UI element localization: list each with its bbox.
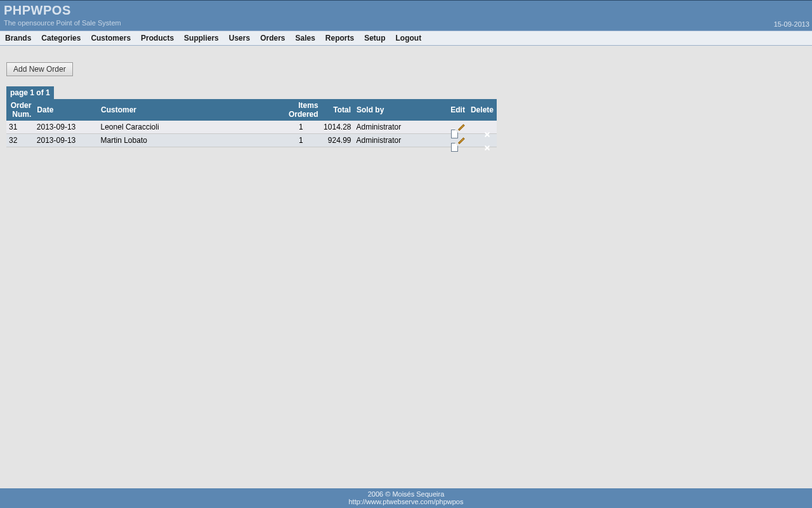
app-title: PHPWPOS	[4, 3, 808, 18]
nav-setup[interactable]: Setup	[359, 31, 390, 45]
th-edit: Edit	[448, 99, 468, 121]
table-row: 312013-09-13Leonel Caraccioli11014.28Adm…	[6, 121, 497, 134]
th-customer: Customer	[98, 99, 281, 121]
footer-link[interactable]: http://www.ptwebserve.com/phpwpos	[349, 498, 464, 505]
app-header: PHPWPOS The opensource Point of Sale Sys…	[0, 0, 812, 30]
cell-delete	[468, 134, 496, 147]
cell-edit	[448, 121, 468, 134]
nav-reports[interactable]: Reports	[320, 31, 359, 45]
cell-items-ordered: 1	[281, 121, 322, 134]
cell-date: 2013-09-13	[34, 134, 98, 147]
cell-total: 924.99	[321, 134, 353, 147]
cell-total: 1014.28	[321, 121, 353, 134]
nav-customers[interactable]: Customers	[86, 31, 136, 45]
nav-logout[interactable]: Logout	[391, 31, 427, 45]
cell-customer: Leonel Caraccioli	[98, 121, 281, 134]
cell-items-ordered: 1	[281, 134, 322, 147]
app-subtitle: The opensource Point of Sale System	[4, 19, 808, 27]
nav-categories[interactable]: Categories	[36, 31, 86, 45]
th-order-num: Order Num.	[6, 99, 34, 121]
table-row: 322013-09-13Martin Lobato1924.99Administ…	[6, 134, 497, 147]
cell-order-num: 32	[6, 134, 34, 147]
nav-products[interactable]: Products	[136, 31, 179, 45]
th-items-ordered: Items Ordered	[281, 99, 322, 121]
nav-suppliers[interactable]: Suppliers	[179, 31, 224, 45]
th-sold-by: Sold by	[354, 99, 448, 121]
cell-delete	[468, 121, 496, 134]
cell-sold-by: Administrator	[354, 134, 448, 147]
orders-table: Order Num. Date Customer Items Ordered T…	[6, 99, 497, 147]
nav-users[interactable]: Users	[224, 31, 255, 45]
cell-customer: Martin Lobato	[98, 134, 281, 147]
cell-date: 2013-09-13	[34, 121, 98, 134]
pager: page 1 of 1	[6, 86, 54, 99]
nav-sales[interactable]: Sales	[290, 31, 320, 45]
th-delete: Delete	[468, 99, 496, 121]
main-nav: Brands Categories Customers Products Sup…	[0, 30, 812, 46]
cell-sold-by: Administrator	[354, 121, 448, 134]
cell-order-num: 31	[6, 121, 34, 134]
footer-copyright: 2006 © Moisés Sequeira	[0, 490, 812, 498]
page-content: Add New Order page 1 of 1 Order Num. Dat…	[0, 46, 812, 488]
nav-orders[interactable]: Orders	[255, 31, 290, 45]
th-total: Total	[321, 99, 353, 121]
footer: 2006 © Moisés Sequeira http://www.ptwebs…	[0, 488, 812, 508]
nav-brands[interactable]: Brands	[0, 31, 36, 45]
add-new-order-button[interactable]: Add New Order	[6, 62, 73, 76]
th-date: Date	[34, 99, 98, 121]
header-date: 15-09-2013	[774, 20, 809, 28]
